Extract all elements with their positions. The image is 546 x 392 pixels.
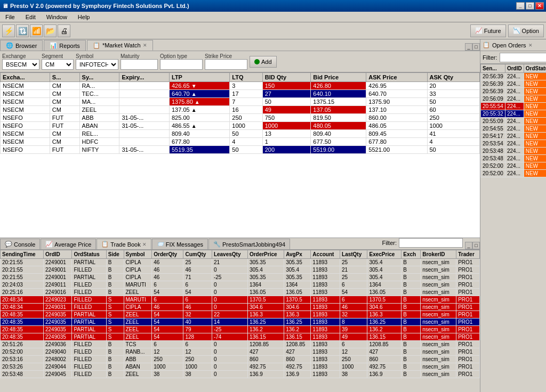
maximize-button[interactable]: □	[526, 2, 534, 10]
trade-table-row[interactable]: 20:48:35 2249035 PARTIAL S ZEEL 54 40 14…	[1, 318, 480, 326]
future-button[interactable]: 📈 Future	[470, 24, 506, 37]
tab-market-watch[interactable]: 📋 *Market Watch ✕	[87, 40, 153, 51]
orders-table-row[interactable]: 20:52:00 224... NEW S RAN... 12	[481, 170, 547, 177]
orders-scroll[interactable]: Sen... OrdID OrdStatus Side Symbol Order…	[480, 64, 546, 392]
cell-ltq: 50	[230, 146, 262, 154]
menu-edit[interactable]: Edit	[22, 13, 39, 21]
option-button[interactable]: 📉 Option	[508, 24, 544, 37]
cell-ltp: 809.40	[170, 130, 230, 138]
orders-table-row[interactable]: 20:53:48 224... NEW S ZEEL 38	[481, 155, 547, 162]
symbol-select[interactable]: INFOTECH	[76, 59, 118, 70]
tool-button-3[interactable]: 📶	[30, 24, 43, 37]
trade-table-row[interactable]: 20:48:34 2249031 FILLED S CIPLA 46 46 0 …	[1, 304, 480, 311]
market-table-row[interactable]: NSEFO FUT ABAN 31-05-... 486.55 ▲ 1000 1…	[1, 122, 480, 130]
tool-button-2[interactable]: 🔃	[16, 24, 29, 37]
add-button[interactable]: Add	[250, 56, 277, 68]
open-orders-close[interactable]: ✕	[528, 43, 533, 48]
maturity-label: Maturity	[121, 53, 158, 59]
orders-table-row[interactable]: 20:55:32 224... NEW S NIFTY 50	[481, 110, 547, 118]
cell-expiry: 31-05-...	[119, 146, 170, 154]
orders-table-row[interactable]: 20:56:39 224... NEW S MAR... 4	[481, 88, 547, 95]
trade-table-row[interactable]: 20:53:26 2249044 FILLED B ABAN 1000 1000…	[1, 363, 480, 371]
tab-reports[interactable]: 📊 Reports	[44, 40, 86, 51]
tcell-status: PARTIAL	[72, 259, 106, 266]
market-table-row[interactable]: NSEFO FUT ABB 31-05-... 825.00 250 750 8…	[1, 114, 480, 122]
trade-table-row[interactable]: 20:51:26 2249036 FILLED B TCS 6 6 0 1208…	[1, 341, 480, 348]
bottom-filter-input[interactable]	[399, 238, 463, 248]
tcell-avgpx: 1370.5	[284, 296, 311, 304]
orders-table-row[interactable]: 20:52:00 224... NEW S RAN... 6	[481, 162, 547, 170]
tcell-cumqty: 79	[183, 326, 212, 333]
tab-bar-minimize[interactable]: _	[465, 43, 472, 51]
market-table-row[interactable]: NSECM CM TEC... 640.70 ▲ 17 27 640.10 64…	[1, 90, 480, 98]
trade-table-row[interactable]: 20:24:03 2249011 FILLED B MARUTI 6 6 0 1…	[1, 281, 480, 289]
future-icon: 📈	[475, 27, 483, 34]
option-type-input[interactable]	[160, 59, 203, 70]
market-table-row[interactable]: NSEFO FUT NIFTY 31-05-... 5519.35 50 200…	[1, 146, 480, 154]
trade-table-row[interactable]: 20:53:48 2249045 FILLED B ZEEL 38 38 0 1…	[1, 371, 480, 378]
trade-table-row[interactable]: 20:48:35 2249035 PARTIAL S ZEEL 54 32 22…	[1, 311, 480, 318]
segment-label: Segment	[42, 53, 74, 59]
tab-presto-smart[interactable]: 🔧 PrestoSmartJobbing494	[208, 239, 290, 249]
segment-select[interactable]: CM	[42, 59, 74, 70]
market-watch-tab-close[interactable]: ✕	[143, 43, 147, 48]
market-table-row[interactable]: NSECM CM REL... 809.40 50 13 809.40 809.…	[1, 130, 480, 138]
tab-browser[interactable]: 🌐 Browser	[0, 40, 43, 51]
orders-table-row[interactable]: 20:53:54 224... NEW B RELI... 1	[481, 140, 547, 148]
exchange-select[interactable]: BSECM	[2, 59, 39, 70]
maturity-input[interactable]	[121, 59, 158, 70]
trade-table-row[interactable]: 20:21:55 2249001 PARTIAL B CIPLA 46 25 2…	[1, 259, 480, 266]
cell-seg: FUT	[50, 122, 79, 130]
trade-table-row[interactable]: 20:53:16 2248002 FILLED B ABB 250 250 0 …	[1, 356, 480, 363]
tab-console[interactable]: 💬 Console	[0, 239, 40, 249]
tab-bar-maximize[interactable]: □	[472, 43, 480, 51]
strike-price-input[interactable]	[205, 59, 247, 70]
cell-sym: TEC...	[79, 90, 119, 98]
trade-table-row[interactable]: 20:21:55 2249001 FILLED B CIPLA 46 46 0 …	[1, 266, 480, 274]
cell-expiry	[119, 138, 170, 146]
trade-table-row[interactable]: 20:52:00 2249040 FILLED B RANB... 12 12 …	[1, 348, 480, 356]
tcell-side: B	[106, 341, 124, 348]
trade-table-row[interactable]: 20:48:34 2249023 FILLED S MARUTI 6 6 0 1…	[1, 296, 480, 304]
menu-file[interactable]: File	[2, 13, 18, 21]
orders-table-row[interactable]: 20:56:39 224... NEW S MAR... 2	[481, 73, 547, 80]
orders-table-row[interactable]: 20:56:39 224... NEW S MAR... 2	[481, 80, 547, 88]
orders-table-row[interactable]: 20:54:55 224... NEW B ABB 250	[481, 125, 547, 133]
open-orders-filter-input[interactable]	[500, 53, 547, 62]
tool-button-4[interactable]: 📂	[44, 24, 57, 37]
market-table-row[interactable]: NSECM CM ZEEL 137.05 ▲ 16 49 137.05 137.…	[1, 106, 480, 114]
orders-table-row[interactable]: 20:56:09 224... NEW S HDFC 1	[481, 95, 547, 103]
market-table-row[interactable]: NSECM CM MA... 1375.80 ▲ 7 50 1375.15 13…	[1, 98, 480, 106]
close-button[interactable]: ✕	[535, 2, 544, 10]
ocell-time: 20:54:55	[481, 125, 505, 133]
tcell-broker: nsecm_sim	[421, 371, 456, 378]
tool-button-1[interactable]: ⚡	[2, 24, 15, 37]
cell-ltq: 1000	[230, 122, 262, 130]
menu-window[interactable]: Window	[43, 13, 70, 21]
minimize-button[interactable]: _	[516, 2, 525, 10]
trade-table-row[interactable]: 20:21:55 2249001 PARTIAL B CIPLA 46 71 -…	[1, 274, 480, 281]
bottom-panel-minimize[interactable]: _	[465, 242, 472, 249]
tab-avg-price[interactable]: 📈 Average Price	[41, 239, 96, 249]
tcell-ordid: 2249040	[43, 348, 71, 356]
orders-table-row[interactable]: 20:53:48 224... NEW S ZEEL 19	[481, 148, 547, 155]
market-table-row[interactable]: NSECM CM HDFC 677.80 4 1 677.50 677.80 4	[1, 138, 480, 146]
menu-help[interactable]: Help	[75, 13, 93, 21]
tab-fix-messages[interactable]: 📨 FIX Messages	[152, 239, 208, 249]
tcell-ordid: 2249011	[43, 281, 71, 289]
trade-book-tab-close[interactable]: ✕	[142, 242, 147, 247]
bottom-panel-restore[interactable]: □	[472, 242, 480, 249]
cell-sym: REL...	[79, 130, 119, 138]
orders-table-row[interactable]: 20:54:17 224... NEW B NIFTY 50	[481, 133, 547, 140]
trade-table-row[interactable]: 20:25:16 2249016 FILLED B ZEEL 54 54 0 1…	[1, 289, 480, 296]
orders-table-row[interactable]: 20:55:54 224... NEW B RELI... 1	[481, 103, 547, 110]
market-table-container[interactable]: Excha... S... Sy... Expiry... LTP LTQ BI…	[0, 72, 480, 238]
tool-button-5[interactable]: 🖨	[58, 24, 70, 37]
trade-table-container[interactable]: SendingTime OrdID OrdStatus Side Symbol …	[0, 250, 480, 392]
trade-table-row[interactable]: 20:48:35 2249035 PARTIAL S ZEEL 54 79 -2…	[1, 326, 480, 333]
orders-table-row[interactable]: 20:55:09 224... NEW B HDFC 1	[481, 118, 547, 125]
ocell-ordid: 224...	[505, 110, 524, 118]
tab-trade-book[interactable]: 📋 Trade Book ✕	[97, 239, 151, 249]
market-table-row[interactable]: NSECM CM RA... 426.65 ▼ 3 150 426.80 426…	[1, 82, 480, 90]
trade-table-row[interactable]: 20:48:35 2249035 PARTIAL S ZEEL 54 128 -…	[1, 333, 480, 341]
